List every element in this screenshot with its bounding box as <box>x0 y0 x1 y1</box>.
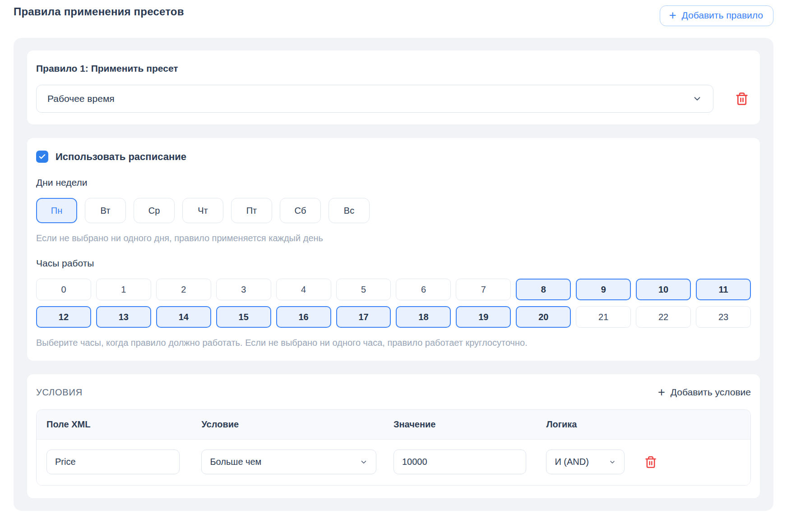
hour-button[interactable]: 4 <box>276 279 331 300</box>
hour-button[interactable]: 23 <box>696 306 751 328</box>
chevron-down-icon <box>360 458 368 466</box>
preset-select[interactable]: Рабочее время <box>36 85 713 113</box>
rule-card: Правило 1: Применить пресет Рабочее врем… <box>27 50 760 124</box>
conditions-table-body: Больше чем И (AND) <box>37 440 750 485</box>
conditions-card: УСЛОВИЯ + Добавить условие Поле XML Усло… <box>27 374 760 498</box>
hour-button[interactable]: 9 <box>576 279 631 300</box>
day-of-week-button[interactable]: Вт <box>85 198 126 223</box>
day-of-week-button[interactable]: Ср <box>134 198 175 223</box>
hour-button[interactable]: 11 <box>696 279 751 300</box>
conditions-title: УСЛОВИЯ <box>36 387 83 398</box>
trash-icon <box>735 92 749 105</box>
plus-icon: + <box>669 11 676 20</box>
days-of-week-group: ПнВтСрЧтПтСбВс <box>36 198 751 223</box>
column-header-field: Поле XML <box>46 419 201 430</box>
day-of-week-button[interactable]: Пт <box>231 198 272 223</box>
delete-rule-button[interactable] <box>732 89 751 108</box>
logic-select[interactable]: И (AND) <box>546 449 625 474</box>
rule-title: Правило 1: Применить пресет <box>36 63 751 74</box>
hour-button[interactable]: 12 <box>36 306 91 328</box>
column-header-value: Значение <box>394 419 546 430</box>
hour-button[interactable]: 21 <box>576 306 631 328</box>
hour-button[interactable]: 5 <box>336 279 391 300</box>
hour-button[interactable]: 10 <box>636 279 691 300</box>
hour-button[interactable]: 15 <box>216 306 271 328</box>
condition-select-value: Больше чем <box>210 457 261 467</box>
days-hint: Если не выбрано ни одного дня, правило п… <box>36 233 751 243</box>
schedule-card: Использовать расписание Дни недели ПнВтС… <box>27 138 760 361</box>
hour-button[interactable]: 13 <box>96 306 151 328</box>
rule-container: Правило 1: Применить пресет Рабочее врем… <box>14 38 773 511</box>
chevron-down-icon <box>692 94 702 104</box>
logic-cell: И (AND) <box>546 449 741 474</box>
add-condition-button[interactable]: + Добавить условие <box>658 387 751 398</box>
xml-field-cell <box>46 449 201 474</box>
day-of-week-button[interactable]: Сб <box>280 198 321 223</box>
hours-label: Часы работы <box>36 258 751 269</box>
hour-button[interactable]: 0 <box>36 279 91 300</box>
hours-hint: Выберите часы, когда правило должно рабо… <box>36 338 751 348</box>
hour-button[interactable]: 19 <box>456 306 511 328</box>
delete-condition-button[interactable] <box>642 453 660 471</box>
hour-button[interactable]: 8 <box>516 279 571 300</box>
conditions-header: УСЛОВИЯ + Добавить условие <box>36 387 751 398</box>
add-condition-button-label: Добавить условие <box>671 387 751 398</box>
use-schedule-label[interactable]: Использовать расписание <box>56 151 186 163</box>
rule-preset-row: Рабочее время <box>36 85 751 113</box>
trash-icon <box>644 456 657 468</box>
hour-button[interactable]: 16 <box>276 306 331 328</box>
condition-row: Больше чем И (AND) <box>37 440 750 485</box>
condition-select[interactable]: Больше чем <box>201 449 376 474</box>
hour-button[interactable]: 7 <box>456 279 511 300</box>
check-icon <box>38 153 46 161</box>
presets-rules-page: Правила применения пресетов + Добавить п… <box>0 0 787 532</box>
hour-button[interactable]: 17 <box>336 306 391 328</box>
hour-button[interactable]: 3 <box>216 279 271 300</box>
hour-button[interactable]: 14 <box>156 306 211 328</box>
plus-icon: + <box>658 388 665 397</box>
page-title: Правила применения пресетов <box>14 5 184 18</box>
xml-field-input[interactable] <box>46 449 180 474</box>
column-header-logic: Логика <box>546 419 741 430</box>
hour-button[interactable]: 22 <box>636 306 691 328</box>
use-schedule-row: Использовать расписание <box>36 151 751 163</box>
conditions-table-header: Поле XML Условие Значение Логика <box>37 410 750 440</box>
hour-button[interactable]: 18 <box>396 306 451 328</box>
column-header-condition: Условие <box>201 419 394 430</box>
preset-select-value: Рабочее время <box>47 93 115 104</box>
hour-button[interactable]: 20 <box>516 306 571 328</box>
logic-select-value: И (AND) <box>555 457 588 467</box>
hour-button[interactable]: 1 <box>96 279 151 300</box>
value-cell <box>394 449 546 474</box>
hour-button[interactable]: 2 <box>156 279 211 300</box>
days-label: Дни недели <box>36 177 751 188</box>
day-of-week-button[interactable]: Вс <box>329 198 370 223</box>
conditions-table: Поле XML Условие Значение Логика Больше … <box>36 409 751 486</box>
working-hours-grid: 01234567891011121314151617181920212223 <box>36 279 751 328</box>
day-of-week-button[interactable]: Чт <box>182 198 223 223</box>
day-of-week-button[interactable]: Пн <box>36 198 77 223</box>
value-input[interactable] <box>394 449 526 474</box>
condition-cell: Больше чем <box>201 449 394 474</box>
add-rule-button[interactable]: + Добавить правило <box>660 5 773 26</box>
use-schedule-checkbox[interactable] <box>36 151 48 163</box>
hour-button[interactable]: 6 <box>396 279 451 300</box>
add-rule-button-label: Добавить правило <box>682 10 763 21</box>
page-header: Правила применения пресетов + Добавить п… <box>14 5 773 26</box>
chevron-down-icon <box>609 459 616 466</box>
